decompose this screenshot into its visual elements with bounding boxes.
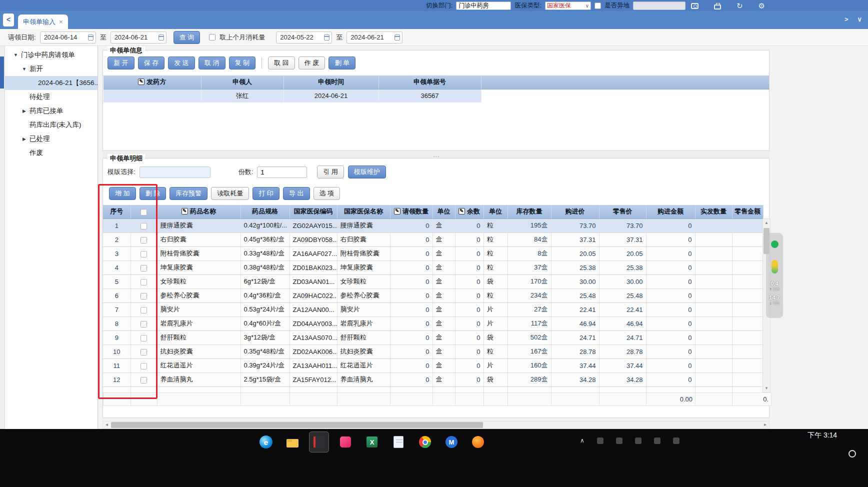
read-usage-button[interactable]: 读取耗量	[211, 187, 249, 200]
column-header[interactable]: 序号	[103, 205, 130, 218]
remote-checkbox[interactable]	[594, 2, 601, 9]
checkbox-cell[interactable]	[130, 302, 157, 316]
checkbox-cell[interactable]	[130, 372, 157, 386]
checkbox-cell[interactable]	[130, 288, 157, 302]
column-header[interactable]: 单位	[432, 205, 455, 218]
tray-icon[interactable]	[654, 438, 660, 444]
checkbox-cell[interactable]	[130, 358, 157, 372]
expand-icon[interactable]: ▶	[20, 108, 28, 114]
template-maintain-button[interactable]: 模版维护	[348, 166, 386, 178]
column-header[interactable]: 国家医保名称	[337, 205, 390, 218]
delete-button[interactable]: 删 除	[140, 187, 166, 200]
last-month-consume-checkbox[interactable]	[209, 34, 216, 40]
column-header[interactable]: 库存数量	[508, 205, 551, 218]
sidebar-item[interactable]: 作废	[5, 146, 98, 160]
column-header[interactable]: 零售金额	[732, 205, 763, 218]
print-button[interactable]: 打 印	[252, 187, 280, 200]
taskbar-pink-app[interactable]	[336, 432, 355, 452]
copies-input[interactable]	[257, 166, 307, 178]
checkbox-cell[interactable]	[130, 246, 157, 260]
history-icon[interactable]	[736, 2, 743, 10]
calendar-icon[interactable]	[88, 34, 94, 40]
select-all-checkbox[interactable]	[140, 209, 147, 216]
checkbox-cell[interactable]	[130, 274, 157, 288]
section-splitter[interactable]	[102, 152, 770, 158]
taskbar-excel[interactable]: X	[362, 432, 382, 452]
row-checkbox[interactable]	[140, 363, 147, 370]
retrieve-button[interactable]: 取 回	[268, 56, 295, 70]
info-column-header[interactable]: 发药方	[104, 76, 201, 89]
add-button[interactable]: 增 加	[109, 187, 136, 200]
scroll-up-icon[interactable]	[763, 219, 770, 226]
table-row[interactable]: 8岩鹿乳康片0.4g*60片/盒ZD04AAY003...岩鹿乳康片0盒0片11…	[103, 316, 763, 330]
taskbar-windows-logo[interactable]	[230, 432, 249, 452]
tray-icon[interactable]	[597, 438, 604, 444]
sidebar-item[interactable]: 待处理	[5, 90, 98, 104]
calendar-icon[interactable]	[158, 34, 164, 40]
settings-gear-icon[interactable]	[758, 2, 765, 10]
taskbar-his-app-active[interactable]	[310, 432, 328, 452]
row-checkbox[interactable]	[140, 251, 147, 258]
scrollbar-thumb[interactable]	[111, 422, 483, 428]
taskbar-clock[interactable]: 下午 3:14	[808, 431, 837, 440]
checkbox-cell[interactable]	[130, 344, 157, 358]
column-header[interactable]: 国家医保编码	[290, 205, 337, 218]
row-checkbox[interactable]	[140, 265, 147, 272]
template-select-input[interactable]	[140, 166, 210, 178]
taskbar-m-app[interactable]: M	[442, 432, 461, 452]
info-column-header[interactable]: 申领时间	[284, 76, 378, 89]
screenshot-icon[interactable]	[691, 3, 698, 9]
close-icon[interactable]	[59, 18, 63, 26]
row-checkbox[interactable]	[140, 223, 147, 230]
column-header[interactable]: 实发数量	[695, 205, 732, 218]
chevron-right-icon[interactable]	[844, 16, 848, 23]
query-button[interactable]: 查 询	[174, 31, 200, 44]
table-row[interactable]: 11红花逍遥片0.39g*24片/盒ZA13AAH011...红花逍遥片0盒0片…	[103, 358, 763, 372]
print-icon[interactable]	[714, 4, 721, 10]
column-header[interactable]: 余数	[455, 205, 484, 218]
table-row[interactable]: 3附桂骨痛胶囊0.33g*48粒/盒ZA16AAF027...附桂骨痛胶囊0盒0…	[103, 246, 763, 260]
table-row[interactable]: 12养血清脑丸2.5g*15袋/盒ZA15FAY012...养血清脑丸0盒0袋2…	[103, 372, 763, 386]
checkbox-cell[interactable]	[130, 260, 157, 274]
stock-warning-button[interactable]: 库存预警	[170, 187, 208, 200]
tab-request-entry[interactable]: 申领单输入	[18, 14, 68, 29]
expand-icon[interactable]: ▶	[20, 136, 28, 142]
row-checkbox[interactable]	[140, 307, 147, 314]
column-header[interactable]: 药品名称	[157, 205, 240, 218]
chevron-up-icon[interactable]	[580, 437, 584, 444]
row-checkbox[interactable]	[140, 349, 147, 356]
table-row[interactable]: 2右归胶囊0.45g*36粒/盒ZA09DBY058...右归胶囊0盒0粒84盒…	[103, 232, 763, 246]
dept-input[interactable]	[456, 2, 511, 10]
row-checkbox[interactable]	[140, 335, 147, 342]
column-header[interactable]: 购进价	[551, 205, 599, 218]
copy-button[interactable]: 复 制	[229, 56, 256, 70]
nav-back-button[interactable]	[3, 14, 14, 26]
cite-button[interactable]: 引 用	[317, 166, 344, 178]
rail-indicator[interactable]	[0, 56, 4, 88]
network-monitor-widget[interactable]: 0.4 K/s 14.7 K/s	[766, 233, 783, 318]
insurance-select[interactable]: 国家医保	[545, 2, 591, 10]
row-checkbox[interactable]	[140, 321, 147, 328]
send-button[interactable]: 发 送	[168, 56, 195, 70]
table-row[interactable]: 7脑安片0.53g*24片/盒ZA12AAN00...脑安片0盒0片27盒22.…	[103, 302, 763, 316]
chevron-down-icon[interactable]	[857, 16, 862, 23]
table-row[interactable]: 9舒肝颗粒3g*12袋/盒ZA13AAS070...舒肝颗粒0盒0袋502盒24…	[103, 330, 763, 344]
collapse-icon[interactable]: ▼	[20, 66, 28, 72]
column-header[interactable]: 请领数量	[390, 205, 432, 218]
taskbar-notepad[interactable]	[389, 432, 408, 452]
taskbar-file-explorer[interactable]	[283, 432, 302, 452]
save-button[interactable]: 保 存	[138, 56, 165, 70]
calendar-icon[interactable]	[394, 34, 400, 40]
taskbar-security-app[interactable]	[468, 432, 488, 452]
tray-icon[interactable]	[616, 438, 622, 444]
sidebar-item[interactable]: 药库出库(未入库)	[5, 118, 98, 132]
row-checkbox[interactable]	[140, 293, 147, 300]
date-from-input[interactable]	[40, 32, 96, 44]
sidebar-item[interactable]: ▶药库已接单	[5, 104, 98, 118]
info-column-header[interactable]: 申领单据号	[378, 76, 481, 89]
scroll-down-icon[interactable]	[763, 384, 770, 392]
delete-order-button[interactable]: 删 单	[328, 56, 356, 70]
checkbox-cell[interactable]	[130, 218, 157, 232]
checkbox-cell[interactable]	[130, 232, 157, 246]
row-checkbox[interactable]	[140, 279, 147, 286]
